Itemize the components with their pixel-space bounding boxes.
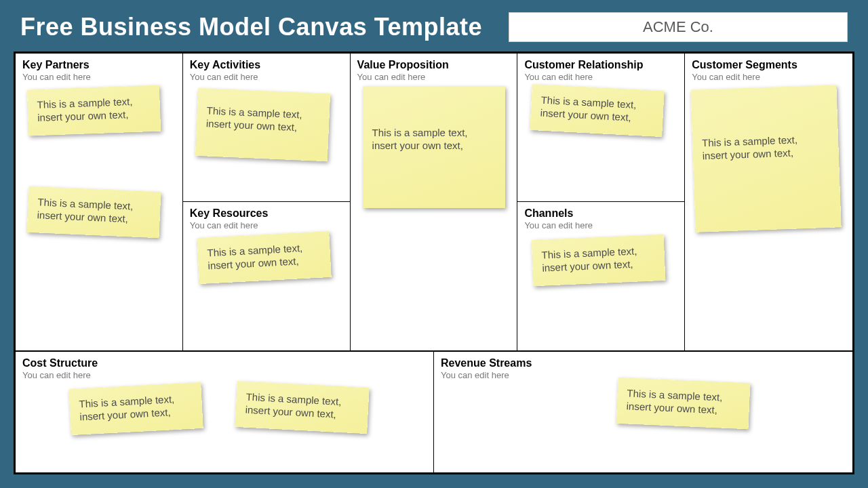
- section-title: Key Resources: [190, 207, 343, 220]
- section-subtitle[interactable]: You can edit here: [22, 72, 176, 82]
- section-key-activities[interactable]: Key Activities You can edit here This is…: [183, 54, 351, 202]
- page-title: Free Business Model Canvas Template: [20, 13, 482, 41]
- section-title: Key Partners: [22, 59, 176, 71]
- section-subtitle[interactable]: You can edit here: [190, 220, 343, 230]
- section-subtitle[interactable]: You can edit here: [692, 72, 846, 82]
- sticky-note[interactable]: This is a sample text, insert your own t…: [235, 381, 369, 434]
- section-subtitle[interactable]: You can edit here: [524, 220, 677, 230]
- header: Free Business Model Canvas Template ACME…: [0, 0, 868, 52]
- section-title: Key Activities: [190, 59, 343, 71]
- sticky-note[interactable]: This is a sample text, insert your own t…: [27, 186, 161, 238]
- canvas-wrapper: Key Partners You can edit here This is a…: [0, 52, 868, 488]
- section-title: Customer Relationship: [524, 59, 677, 71]
- section-subtitle[interactable]: You can edit here: [357, 72, 511, 82]
- section-subtitle[interactable]: You can edit here: [190, 72, 343, 82]
- section-title: Revenue Streams: [441, 357, 846, 369]
- sticky-note[interactable]: This is a sample text, insert your own t…: [27, 85, 161, 136]
- section-subtitle[interactable]: You can edit here: [524, 72, 677, 82]
- section-title: Value Proposition: [357, 59, 511, 71]
- bottom-grid: Cost Structure You can edit here This is…: [16, 350, 852, 472]
- sticky-note[interactable]: This is a sample text, insert your own t…: [363, 86, 505, 208]
- note-text: This is a sample text,: [372, 127, 497, 140]
- section-key-resources[interactable]: Key Resources You can edit here This is …: [183, 202, 351, 350]
- sticky-note[interactable]: This is a sample text, insert your own t…: [530, 84, 665, 137]
- sticky-note[interactable]: This is a sample text, insert your own t…: [197, 231, 331, 284]
- section-customer-segments[interactable]: Customer Segments You can edit here This…: [685, 54, 852, 350]
- top-grid: Key Partners You can edit here This is a…: [16, 54, 852, 350]
- sticky-note[interactable]: This is a sample text, insert your own t…: [68, 382, 203, 435]
- sticky-note[interactable]: This is a sample text, insert your own t…: [532, 235, 666, 286]
- sticky-note[interactable]: This is a sample text, insert your own t…: [691, 85, 842, 232]
- section-subtitle[interactable]: You can edit here: [22, 370, 427, 380]
- section-channels[interactable]: Channels You can edit here This is a sam…: [517, 202, 685, 350]
- section-customer-relationship[interactable]: Customer Relationship You can edit here …: [517, 54, 685, 202]
- section-cost-structure[interactable]: Cost Structure You can edit here This is…: [16, 352, 434, 472]
- section-revenue-streams[interactable]: Revenue Streams You can edit here This i…: [434, 352, 852, 472]
- section-key-partners[interactable]: Key Partners You can edit here This is a…: [16, 54, 183, 350]
- company-name-box[interactable]: ACME Co.: [509, 12, 848, 42]
- business-model-canvas: Key Partners You can edit here This is a…: [14, 52, 854, 474]
- sticky-note[interactable]: This is a sample text, insert your own t…: [195, 88, 330, 161]
- section-value-proposition[interactable]: Value Proposition You can edit here This…: [351, 54, 518, 350]
- note-text: insert your own text,: [372, 140, 497, 152]
- sticky-note[interactable]: This is a sample text, insert your own t…: [616, 378, 751, 429]
- section-title: Customer Segments: [692, 59, 846, 71]
- section-title: Channels: [524, 207, 677, 220]
- section-title: Cost Structure: [22, 357, 427, 369]
